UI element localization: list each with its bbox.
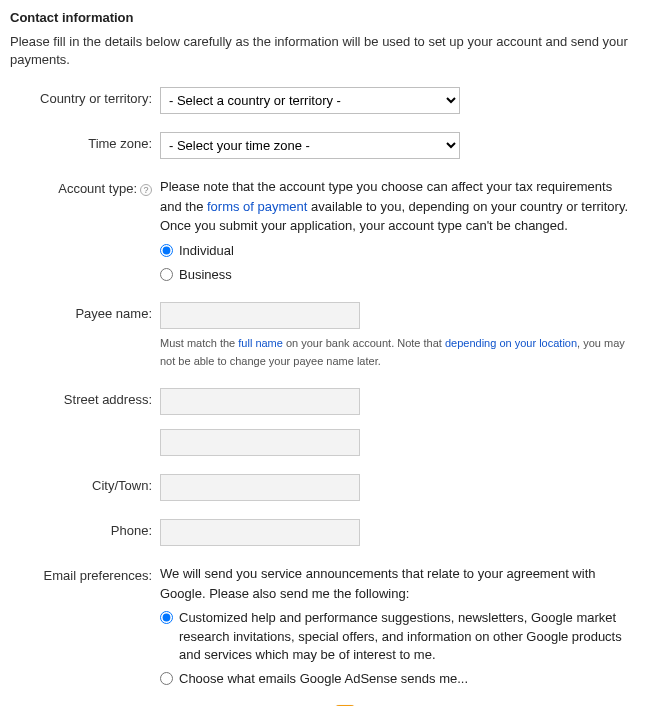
- radio-email-2[interactable]: [160, 672, 173, 685]
- email-prefs-label: Email preferences:: [10, 564, 160, 583]
- email-pref-option-2[interactable]: Choose what emails Google AdSense sends …: [160, 670, 631, 688]
- account-type-note: Please note that the account type you ch…: [160, 177, 631, 236]
- timezone-select[interactable]: - Select your time zone -: [160, 132, 460, 159]
- phone-input[interactable]: [160, 519, 360, 546]
- street-label: Street address:: [10, 388, 160, 407]
- account-type-label: Account type:?: [10, 177, 160, 196]
- forms-of-payment-link[interactable]: forms of payment: [207, 199, 307, 214]
- email-prefs-intro: We will send you service announcements t…: [160, 564, 631, 603]
- street-input-1[interactable]: [160, 388, 360, 415]
- account-type-business[interactable]: Business: [160, 266, 631, 284]
- location-link[interactable]: depending on your location: [445, 337, 577, 349]
- account-type-individual[interactable]: Individual: [160, 242, 631, 260]
- email-pref-option-1[interactable]: Customized help and performance suggesti…: [160, 609, 631, 664]
- timezone-label: Time zone:: [10, 132, 160, 151]
- city-input[interactable]: [160, 474, 360, 501]
- street-input-2[interactable]: [160, 429, 360, 456]
- page-title: Contact information: [10, 10, 641, 25]
- payee-hint: Must match the full name on your bank ac…: [160, 335, 631, 370]
- payee-input[interactable]: [160, 302, 360, 329]
- radio-business[interactable]: [160, 268, 173, 281]
- radio-email-1[interactable]: [160, 611, 173, 624]
- country-select[interactable]: - Select a country or territory -: [160, 87, 460, 114]
- payee-label: Payee name:: [10, 302, 160, 321]
- intro-text: Please fill in the details below careful…: [10, 33, 641, 69]
- full-name-link[interactable]: full name: [238, 337, 283, 349]
- city-label: City/Town:: [10, 474, 160, 493]
- help-icon[interactable]: ?: [140, 184, 152, 196]
- radio-individual[interactable]: [160, 244, 173, 257]
- phone-label: Phone:: [10, 519, 160, 538]
- country-label: Country or territory:: [10, 87, 160, 106]
